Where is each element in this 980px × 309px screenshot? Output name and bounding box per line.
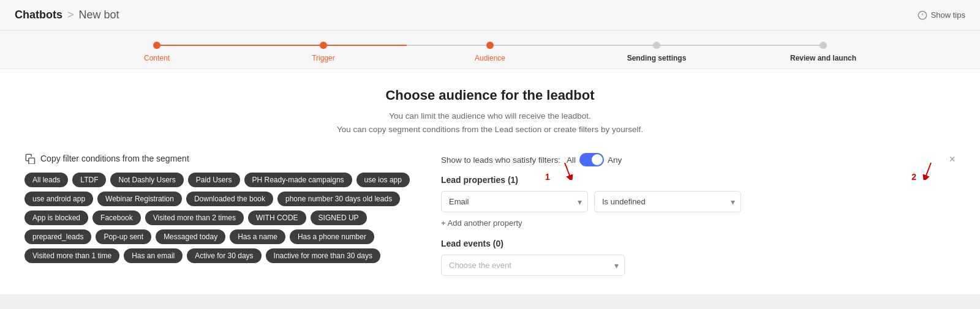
condition-select-wrapper: Is undefined Is defined Contains Equals … — [594, 191, 741, 212]
annotation-1: 1 — [545, 162, 577, 182]
property-row: Email Name Phone City ▾ Is undefined Is … — [441, 191, 956, 212]
segment-tag[interactable]: use android app — [24, 192, 93, 206]
breadcrumb: Chatbots > New bot — [15, 9, 119, 21]
segment-tag[interactable]: App is blocked — [24, 210, 88, 225]
step-dot-audience — [486, 42, 494, 49]
step-content[interactable]: Content — [74, 42, 240, 62]
tags-container: All leadsLTDFNot Dashly UsersPaid UsersP… — [24, 173, 417, 263]
copy-segment-text: Copy filter conditions from the segment — [40, 154, 189, 163]
page-title: Choose audience for the leadbot — [24, 87, 956, 103]
property-select-wrapper: Email Name Phone City ▾ — [441, 191, 588, 212]
segment-tag[interactable]: use ios app — [356, 173, 410, 187]
lead-properties-title: Lead properties (1) — [441, 175, 956, 185]
segment-tag[interactable]: phone number 30 days old leads — [277, 192, 400, 206]
content-row: Copy filter conditions from the segment … — [24, 153, 956, 276]
show-tips-button[interactable]: Show tips — [918, 10, 965, 20]
segment-tag[interactable]: Paid Users — [188, 173, 240, 187]
annotation-2-label: 2 — [911, 172, 916, 182]
step-sending[interactable]: Sending settings — [573, 42, 740, 62]
step-label-sending: Sending settings — [627, 54, 687, 62]
step-label-review: Review and launch — [790, 54, 856, 62]
breadcrumb-separator: > — [67, 9, 74, 21]
breadcrumb-current: New bot — [79, 9, 119, 21]
left-panel: Copy filter conditions from the segment … — [24, 153, 417, 263]
lightbulb-icon — [918, 10, 927, 20]
segment-tag[interactable]: Visited more than 2 times — [145, 210, 244, 225]
segment-tag[interactable]: Visited more than 1 time — [24, 248, 119, 263]
page-subtitle: You can limit the audience who will rece… — [24, 110, 956, 136]
filter-header: Show to leads who satisfy filters: All A… — [441, 153, 956, 166]
step-dot-sending — [653, 42, 660, 49]
step-audience[interactable]: Audience — [407, 42, 573, 62]
segment-tag[interactable]: LTDF — [72, 173, 106, 187]
segment-tag[interactable]: Inactive for more than 30 days — [266, 248, 380, 263]
segment-tag[interactable]: All leads — [24, 173, 68, 187]
event-select-wrapper: Choose the event ▾ — [441, 255, 625, 276]
lead-events-title: Lead events (0) — [441, 239, 956, 248]
subtitle-line2: You can copy segment conditions from the… — [337, 125, 643, 134]
copy-icon — [24, 153, 36, 164]
step-dot-trigger — [320, 42, 327, 49]
segment-tag[interactable]: Facebook — [92, 210, 141, 225]
toggle-switch[interactable] — [579, 153, 604, 166]
segment-tag[interactable]: Downloaded the book — [186, 192, 273, 206]
segment-tag[interactable]: Has a name — [230, 229, 285, 244]
segment-tag[interactable]: PH Ready-made campaigns — [244, 173, 352, 187]
filter-label: Show to leads who satisfy filters: — [441, 155, 560, 165]
progress-bar-section: Content Trigger Audience Sending setting… — [0, 31, 980, 69]
right-panel: × Show to leads who satisfy filters: All… — [441, 153, 956, 276]
segment-tag[interactable]: Webinar Registration — [97, 192, 182, 206]
segment-tag[interactable]: Active for 30 days — [187, 248, 261, 263]
segment-tag[interactable]: Has an email — [124, 248, 183, 263]
step-trigger[interactable]: Trigger — [240, 42, 407, 62]
add-property-button[interactable]: + Add another property — [441, 218, 956, 228]
steps-container: Content Trigger Audience Sending setting… — [0, 42, 980, 62]
top-bar: Chatbots > New bot Show tips — [0, 0, 980, 31]
copy-segment-label: Copy filter conditions from the segment — [24, 153, 417, 164]
annotation-1-label: 1 — [545, 172, 550, 182]
segment-tag[interactable]: Pop-up sent — [96, 229, 151, 244]
step-dot-review — [820, 42, 827, 49]
step-dot-content — [153, 42, 160, 49]
toggle-thumb — [592, 154, 603, 165]
segment-tag[interactable]: WITH CODE — [248, 210, 306, 225]
show-tips-label: Show tips — [931, 10, 965, 20]
segment-tag[interactable]: Not Dashly Users — [110, 173, 183, 187]
close-button[interactable]: × — [949, 153, 956, 166]
step-label-trigger: Trigger — [312, 54, 335, 62]
annotation-2: 2 — [911, 162, 943, 182]
toggle-any-label: Any — [608, 155, 622, 165]
arrow-1-svg — [552, 162, 577, 180]
step-label-content: Content — [144, 54, 170, 62]
property-select[interactable]: Email Name Phone City — [441, 191, 588, 212]
arrow-2-svg — [919, 162, 943, 180]
step-label-audience: Audience — [475, 54, 505, 62]
segment-tag[interactable]: prepared_leads — [24, 229, 91, 244]
condition-select[interactable]: Is undefined Is defined Contains Equals — [594, 191, 741, 212]
breadcrumb-parent[interactable]: Chatbots — [15, 9, 62, 21]
segment-tag[interactable]: Messaged today — [156, 229, 225, 244]
svg-rect-3 — [29, 158, 35, 164]
main-content: Choose audience for the leadbot You can … — [0, 69, 980, 294]
segment-tag[interactable]: SIGNED UP — [311, 210, 367, 225]
subtitle-line1: You can limit the audience who will rece… — [389, 111, 591, 121]
step-review[interactable]: Review and launch — [740, 42, 907, 62]
event-select[interactable]: Choose the event — [441, 255, 625, 276]
segment-tag[interactable]: Has a phone number — [290, 229, 374, 244]
